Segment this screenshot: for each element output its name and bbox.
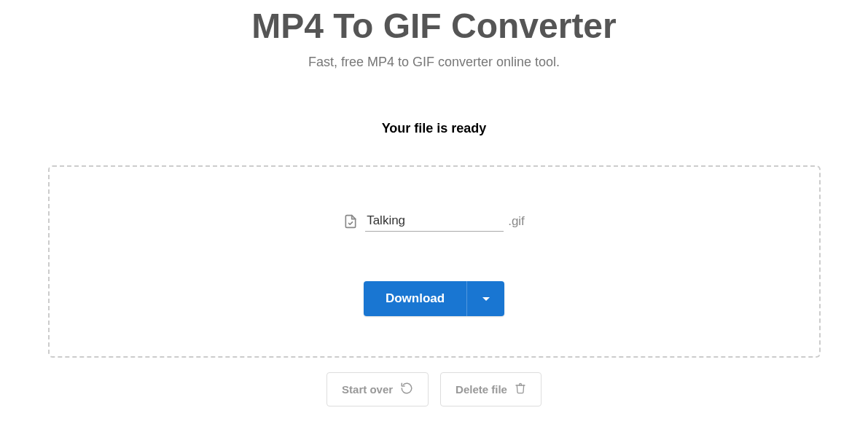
filename-row: .gif [343, 211, 525, 232]
file-result-box: .gif Download [48, 165, 821, 358]
status-heading: Your file is ready [382, 121, 487, 136]
delete-file-button[interactable]: Delete file [440, 372, 541, 406]
delete-file-label: Delete file [455, 383, 507, 396]
start-over-button[interactable]: Start over [327, 372, 429, 406]
caret-down-icon [482, 294, 490, 304]
download-button-group: Download [364, 281, 504, 316]
page-title: MP4 To GIF Converter [251, 6, 617, 46]
secondary-actions: Start over Delete file [327, 372, 541, 406]
download-button[interactable]: Download [364, 281, 466, 316]
file-extension: .gif [508, 214, 525, 229]
download-dropdown-button[interactable] [466, 281, 504, 316]
trash-icon [515, 382, 526, 397]
filename-input[interactable] [365, 211, 504, 232]
file-check-icon [343, 213, 358, 230]
refresh-icon [400, 382, 413, 397]
page-subtitle: Fast, free MP4 to GIF converter online t… [308, 55, 560, 70]
start-over-label: Start over [342, 383, 393, 396]
